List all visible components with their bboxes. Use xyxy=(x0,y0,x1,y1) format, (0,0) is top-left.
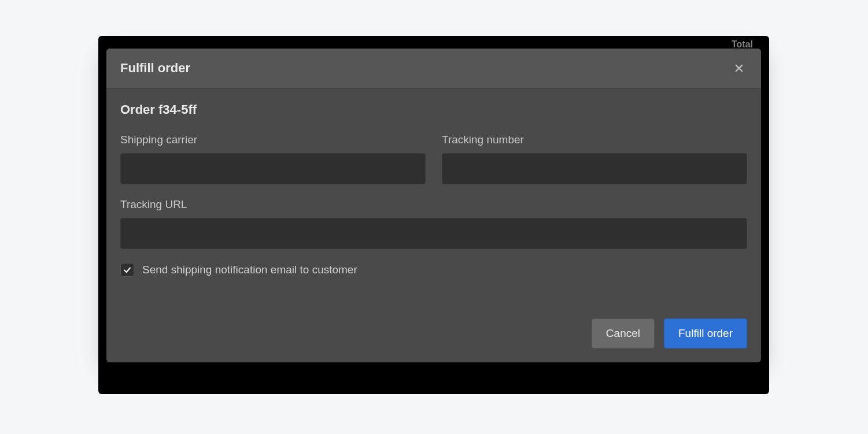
modal-title: Fulfill order xyxy=(120,61,190,76)
tracking-number-input[interactable] xyxy=(442,153,747,184)
notification-checkbox[interactable] xyxy=(120,263,134,277)
tracking-url-input[interactable] xyxy=(120,218,747,249)
cancel-button[interactable]: Cancel xyxy=(592,318,655,348)
form-row-2: Tracking URL xyxy=(120,198,747,249)
form-row-1: Shipping carrier Tracking number xyxy=(120,133,747,184)
close-button[interactable] xyxy=(731,60,747,76)
modal-body: Order f34-5ff Shipping carrier Tracking … xyxy=(106,88,761,318)
shipping-carrier-group: Shipping carrier xyxy=(120,133,426,184)
notification-checkbox-label: Send shipping notification email to cust… xyxy=(142,264,357,276)
check-icon xyxy=(123,265,132,275)
shipping-carrier-label: Shipping carrier xyxy=(120,133,426,146)
modal-header: Fulfill order xyxy=(106,49,761,88)
fulfill-order-modal: Fulfill order Order f34-5ff Shipping car… xyxy=(106,49,761,362)
close-icon xyxy=(733,62,745,74)
tracking-url-group: Tracking URL xyxy=(120,198,747,249)
tracking-url-label: Tracking URL xyxy=(120,198,747,211)
shipping-carrier-input[interactable] xyxy=(120,153,426,184)
tracking-number-group: Tracking number xyxy=(442,133,747,184)
modal-footer: Cancel Fulfill order xyxy=(106,318,761,362)
fulfill-order-button[interactable]: Fulfill order xyxy=(664,318,747,348)
tracking-number-label: Tracking number xyxy=(442,133,747,146)
notification-checkbox-row: Send shipping notification email to cust… xyxy=(120,263,747,277)
order-heading: Order f34-5ff xyxy=(120,102,747,117)
